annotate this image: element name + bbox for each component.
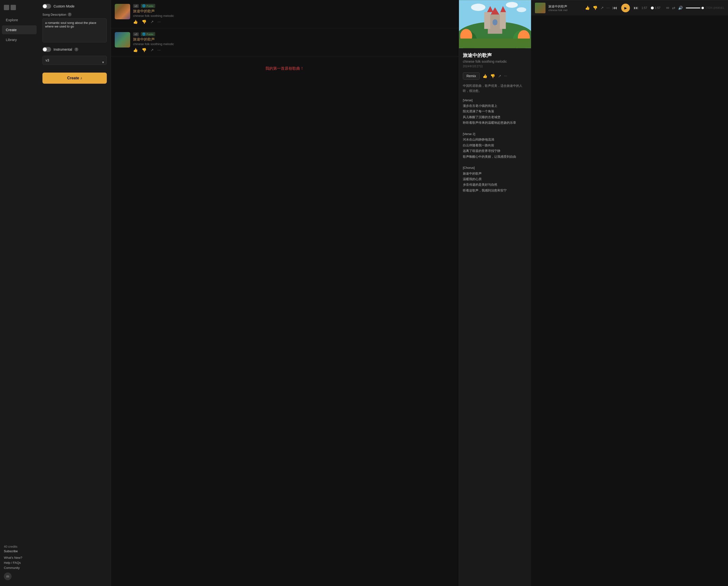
song-style-2: chinese folk soothing melodic (133, 42, 455, 46)
whats-new-link[interactable]: What's New? (4, 556, 35, 559)
player-song-info: 旅途中的歌声 chinese folk mel (548, 4, 582, 11)
version-badge-1: v3 (133, 4, 139, 8)
public-badge-1: 🌐 Public (141, 4, 155, 8)
more-icon-1[interactable]: ··· (157, 20, 160, 24)
detail-panel: 旅途中的歌声 chinese folk soothing melodic 202… (459, 0, 531, 586)
remix-button[interactable]: Remix (463, 72, 480, 80)
user-avatar[interactable]: m (4, 572, 11, 580)
player-more-icon[interactable]: ··· (606, 6, 609, 10)
custom-mode-toggle[interactable] (43, 4, 51, 9)
song-badges-2: v3 🌐 Public (133, 32, 455, 36)
sidebar-footer: 40 credits Subscribe What's New? Help / … (0, 542, 38, 583)
sidebar-nav: Explore Create Library (0, 15, 38, 542)
player-style: chinese folk mel (548, 9, 582, 11)
song-title-1[interactable]: 旅途中的歌声 (133, 9, 455, 14)
detail-actions: Remix 👍 👎 ↗ ··· (463, 72, 527, 80)
dislike-icon-1[interactable]: 👎 (142, 20, 147, 24)
volume-fill (686, 7, 700, 8)
song-description-textarea[interactable] (43, 18, 107, 43)
song-style-1: chinese folk soothing melodic (133, 14, 455, 18)
svg-point-2 (506, 2, 518, 8)
sidebar-item-create[interactable]: Create (2, 25, 37, 34)
public-badge-2: 🌐 Public (141, 32, 155, 36)
song-description-help-icon[interactable]: ? (68, 12, 72, 17)
instrumental-help-icon[interactable]: ? (75, 48, 78, 51)
player-progress: 1:57 1:57 (642, 6, 663, 10)
play-button[interactable]: ▶ (621, 4, 630, 12)
svg-point-1 (471, 4, 486, 11)
player-thumbnail (535, 3, 546, 13)
volume-dot (701, 7, 704, 9)
custom-mode-row: Custom Mode (43, 4, 107, 9)
song-card-1: v3 🌐 Public 旅途中的歌声 chinese folk soothing… (111, 0, 459, 28)
dislike-icon-2[interactable]: 👎 (142, 48, 147, 52)
song-thumb-img-2 (115, 32, 130, 48)
detail-title: 旅途中的歌声 (463, 52, 527, 59)
player-bar: 旅途中的歌声 chinese folk mel 👍 👎 ↗ ··· ⏮ ▶ ⏭ … (531, 0, 728, 16)
song-thumb-img-1 (115, 4, 130, 19)
song-actions-1: 👍 👎 ↗ ··· (133, 20, 455, 24)
footer-links: What's New? Help / FAQs Community (4, 556, 35, 569)
detail-description: 中国民谣歌曲，歌声优美，适合旅途中的人听，很治愈。 (463, 83, 527, 94)
more-icon-2[interactable]: ··· (157, 48, 160, 52)
lyrics: [Verse] 漫步在古老小镇的街道上 阳光洒满了每一个角落 风儿唤醒了沉睡的古… (463, 97, 527, 194)
volume-bar[interactable] (686, 7, 703, 8)
total-time: 1:57 (655, 6, 663, 10)
detail-share-icon[interactable]: ↗ (498, 74, 501, 78)
version-select[interactable]: v3 v2 (43, 56, 107, 65)
instrumental-row: Instrumental ? (43, 47, 107, 52)
subscribe-link[interactable]: Subscribe (4, 549, 35, 553)
like-icon-2[interactable]: 👍 (133, 48, 138, 52)
sidebar: Explore Create Library 40 credits Subscr… (0, 0, 38, 586)
shuffle-icon[interactable]: ⇄ (672, 5, 675, 10)
sidebar-item-explore[interactable]: Explore (2, 16, 37, 24)
player-right: 🔊 (678, 5, 703, 10)
detail-like-icon[interactable]: 👍 (483, 74, 488, 78)
main-content: Custom Mode Song Description ? Instrumen… (38, 0, 531, 586)
loop-icon[interactable]: ∞ (666, 5, 669, 10)
song-thumb-1[interactable] (115, 4, 130, 19)
share-icon-1[interactable]: ↗ (150, 20, 154, 24)
watermark: CSDN @桃航探1 (706, 6, 724, 10)
player-title: 旅途中的歌声 (548, 4, 582, 9)
svg-rect-6 (484, 12, 490, 29)
detail-date: 2024年3月27日 (463, 65, 527, 69)
feed-panel: v3 🌐 Public 旅途中的歌声 chinese folk soothing… (111, 0, 459, 586)
create-panel: Custom Mode Song Description ? Instrumen… (38, 0, 111, 586)
detail-dislike-icon[interactable]: 👎 (490, 74, 495, 78)
logo (0, 3, 38, 15)
svg-rect-11 (493, 19, 498, 25)
song-actions-2: 👍 👎 ↗ ··· (133, 48, 455, 52)
prev-icon[interactable]: ⏮ (613, 5, 617, 10)
next-icon[interactable]: ⏭ (634, 5, 639, 10)
svg-rect-7 (500, 12, 506, 29)
song-info-1: v3 🌐 Public 旅途中的歌声 chinese folk soothing… (133, 4, 455, 24)
create-button[interactable]: Create ♪ (43, 73, 107, 84)
detail-more-icon[interactable]: ··· (504, 74, 507, 78)
sidebar-item-library[interactable]: Library (2, 35, 37, 44)
share-icon-2[interactable]: ↗ (150, 48, 154, 52)
globe-icon-1: 🌐 (142, 4, 146, 7)
logo-block-1 (4, 5, 9, 10)
promo-text: 我的第一首原创歌曲！ (111, 56, 459, 81)
community-link[interactable]: Community (4, 566, 35, 569)
detail-style: chinese folk soothing melodic (463, 59, 527, 63)
instrumental-label: Instrumental (53, 48, 72, 51)
volume-icon[interactable]: 🔊 (678, 5, 683, 10)
player-controls: ⏮ ▶ ⏭ (613, 4, 639, 12)
song-badges-1: v3 🌐 Public (133, 4, 455, 8)
detail-info: 旅途中的歌声 chinese folk soothing melodic 202… (459, 48, 531, 197)
svg-point-3 (517, 7, 526, 12)
version-badge-2: v3 (133, 32, 139, 36)
song-title-2[interactable]: 旅途中的歌声 (133, 37, 455, 42)
instrumental-toggle[interactable] (43, 47, 51, 52)
credits-text: 40 credits (4, 545, 35, 549)
player-share-icon[interactable]: ↗ (600, 5, 604, 10)
logo-block-2 (10, 5, 16, 10)
song-thumb-2[interactable] (115, 32, 130, 48)
help-faq-link[interactable]: Help / FAQs (4, 561, 35, 564)
player-like-icon[interactable]: 👍 (585, 5, 590, 10)
like-icon-1[interactable]: 👍 (133, 20, 138, 24)
song-info-2: v3 🌐 Public 旅途中的歌声 chinese folk soothing… (133, 32, 455, 52)
player-dislike-icon[interactable]: 👎 (593, 5, 598, 10)
